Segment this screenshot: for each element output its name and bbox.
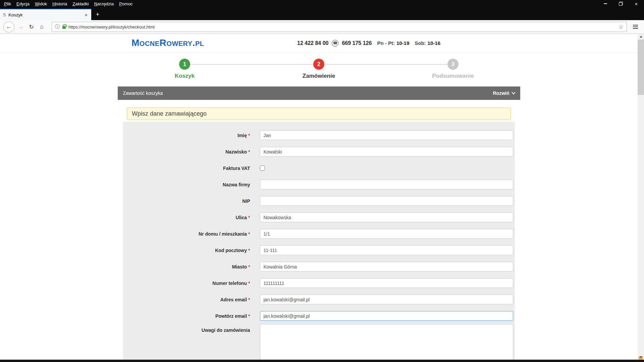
menu-plik[interactable]: Plik	[1, 1, 14, 7]
required-asterisk: *	[248, 248, 250, 253]
page-info-icon[interactable]: ⓘ	[55, 24, 60, 30]
form-row-email: Adres email*	[125, 291, 513, 308]
tab-koszyk[interactable]: S Koszyk ×	[0, 9, 91, 20]
form-row-telefon: Numer telefonu*	[125, 275, 513, 291]
field-label-email: Adres email*	[125, 297, 250, 302]
https-lock-icon	[62, 26, 66, 29]
scrollbar-thumb[interactable]	[638, 40, 644, 95]
browser-tabbar: S Koszyk × +	[0, 7, 644, 20]
menu-widok[interactable]: Widok	[32, 1, 50, 7]
close-icon: ×	[635, 1, 638, 7]
restore-button[interactable]	[613, 0, 629, 7]
repeat-email-input[interactable]	[260, 311, 513, 321]
form-row-powtorz-email: Powtórz email*	[125, 308, 513, 324]
chevron-down-icon	[512, 90, 515, 94]
nip-input[interactable]	[260, 196, 513, 206]
phone-number-input[interactable]	[260, 278, 513, 288]
expand-cart-button[interactable]: Rozwiń	[493, 90, 515, 96]
form-row-faktura-vat: Faktura VAT	[125, 160, 513, 176]
required-asterisk: *	[248, 215, 250, 220]
required-asterisk: *	[248, 264, 250, 269]
close-window-button[interactable]: ×	[629, 0, 644, 7]
form-row-nip: NIP	[125, 193, 513, 209]
restore-icon	[619, 2, 623, 6]
field-label-nazwisko: Nazwisko*	[125, 149, 250, 155]
menu-zakladki[interactable]: Zakładki	[70, 1, 91, 7]
page-content: MocneRowery.pl 12 422 84 00 ☎ 669 175 12…	[0, 34, 638, 360]
field-label-ulica: Ulica*	[125, 215, 250, 220]
window-bottom-edge	[0, 360, 644, 362]
menu-hamburger-icon[interactable]	[633, 25, 638, 29]
last-name-input[interactable]	[260, 147, 513, 157]
required-asterisk: *	[248, 231, 250, 237]
site-favicon-icon: S	[3, 12, 6, 18]
first-name-input[interactable]	[260, 130, 513, 140]
minimize-button[interactable]	[598, 0, 613, 7]
hours-saturday: Sob: 10-16	[415, 40, 440, 46]
form-row-nazwa-firmy: Nazwa firmy	[125, 176, 513, 193]
url-text[interactable]: https://mocnerowery.pl/koszyk/checkout.h…	[68, 24, 616, 29]
form-row-uwagi: Uwagi do zamówienia	[125, 324, 513, 360]
email-input[interactable]	[260, 295, 513, 304]
field-label-uwagi: Uwagi do zamówienia	[125, 324, 250, 333]
new-tab-button[interactable]: +	[91, 9, 104, 20]
step-2-label: Zamówienie	[252, 73, 386, 79]
step-3-circle: 3	[447, 59, 459, 70]
browser-menubar: Plik Edycja Widok Historia Zakładki Narz…	[0, 0, 644, 7]
back-button[interactable]: ←	[3, 21, 14, 33]
phone-icon: ☎	[332, 40, 338, 47]
required-asterisk: *	[248, 313, 250, 319]
cart-contents-title: Zawartość koszyka	[123, 90, 163, 96]
window-controls: ×	[598, 0, 644, 7]
postal-code-input[interactable]	[260, 245, 513, 255]
required-asterisk: *	[248, 297, 250, 302]
menu-historia[interactable]: Historia	[50, 1, 70, 7]
form-row-nazwisko: Nazwisko*	[125, 143, 513, 160]
menu-pomoc[interactable]: Pomoc	[116, 1, 135, 7]
order-form: Imię* Nazwisko* Faktura VAT Nazwa firmy …	[123, 122, 515, 360]
house-number-input[interactable]	[260, 229, 513, 239]
required-asterisk: *	[248, 149, 250, 155]
checkout-form-section: Wpisz dane zamawiającego Imię* Nazwisko*…	[123, 108, 515, 360]
tab-close-icon[interactable]: ×	[84, 12, 88, 18]
step-zamowienie[interactable]: 2 Zamówienie	[252, 59, 386, 79]
phone-secondary: 669 175 126	[342, 40, 372, 46]
menu-edycja[interactable]: Edycja	[14, 1, 32, 7]
step-1-label: Koszyk	[118, 73, 252, 79]
form-row-imie: Imię*	[125, 127, 513, 143]
menu-narzedzia[interactable]: Narzędzia	[92, 1, 117, 7]
home-button[interactable]: ⌂	[37, 22, 47, 32]
home-icon: ⌂	[40, 23, 43, 30]
form-heading: Wpisz dane zamawiającego	[127, 108, 511, 120]
url-bar[interactable]: ⓘ https://mocnerowery.pl/koszyk/checkout…	[52, 22, 627, 32]
triangle-down-icon	[640, 356, 642, 358]
field-label-kod-pocztowy: Kod pocztowy*	[125, 248, 250, 253]
checkout-steps: 1 Koszyk 2 Zamówienie 3 Podsumowanie	[118, 59, 520, 79]
site-logo[interactable]: MocneRowery.pl	[131, 38, 204, 48]
tab-title: Koszyk	[8, 12, 81, 17]
form-row-kod-pocztowy: Kod pocztowy*	[125, 242, 513, 258]
bookmark-star-icon[interactable]: ☆	[619, 23, 624, 31]
forward-icon: →	[18, 23, 24, 30]
city-input[interactable]	[260, 262, 513, 272]
street-input[interactable]	[260, 213, 513, 222]
required-asterisk: *	[248, 133, 250, 138]
field-label-faktura-vat: Faktura VAT	[125, 166, 250, 171]
field-label-nip: NIP	[125, 198, 250, 204]
scroll-up-arrow[interactable]	[638, 34, 644, 39]
order-notes-textarea[interactable]	[260, 324, 513, 360]
triangle-up-icon	[640, 36, 642, 38]
field-label-nazwa-firmy: Nazwa firmy	[125, 182, 250, 187]
vat-invoice-checkbox[interactable]	[260, 166, 265, 171]
reload-icon: ↻	[29, 23, 34, 31]
page-scrollbar[interactable]	[638, 34, 644, 360]
company-name-input[interactable]	[260, 180, 513, 189]
field-label-telefon: Numer telefonu*	[125, 281, 250, 286]
form-row-nr-domu: Nr domu / mieszkania*	[125, 226, 513, 242]
forward-button[interactable]: →	[16, 22, 26, 32]
step-koszyk[interactable]: 1 Koszyk	[118, 59, 252, 79]
reload-button[interactable]: ↻	[26, 22, 37, 32]
scroll-down-arrow[interactable]	[638, 354, 644, 360]
form-row-ulica: Ulica*	[125, 209, 513, 226]
field-label-nr-domu: Nr domu / mieszkania*	[125, 231, 250, 237]
